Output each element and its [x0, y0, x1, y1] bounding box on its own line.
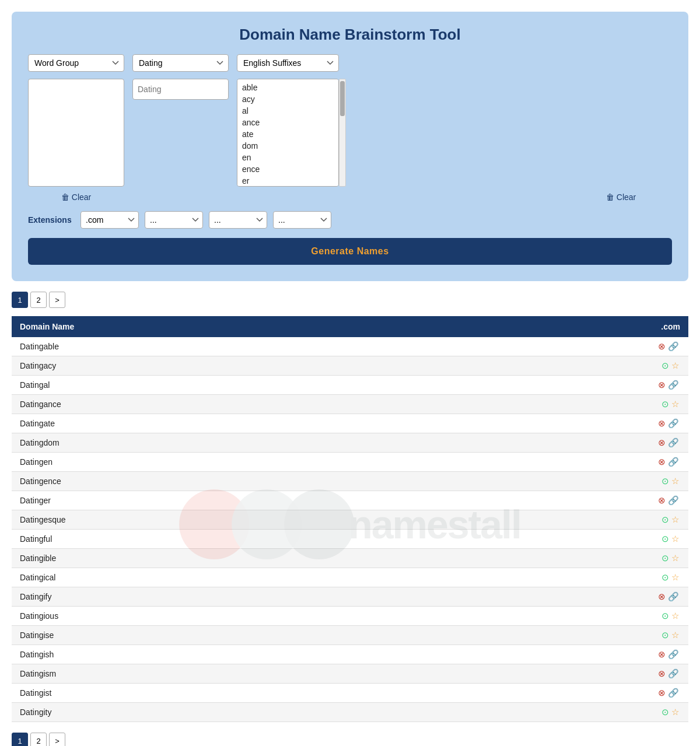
unavailable-icon[interactable]: ⊗: [657, 688, 667, 698]
link-icon[interactable]: 🔗: [667, 380, 680, 390]
star-icon[interactable]: ☆: [670, 534, 680, 544]
word-group-textarea[interactable]: [28, 79, 124, 187]
star-icon[interactable]: ☆: [670, 707, 680, 717]
domain-name-cell: Datingesque: [12, 510, 636, 530]
unavailable-icon[interactable]: ⊗: [657, 437, 667, 448]
link-icon[interactable]: 🔗: [667, 591, 680, 602]
generate-button[interactable]: Generate Names: [28, 238, 672, 265]
unavailable-icon[interactable]: ⊗: [657, 418, 667, 429]
status-icons-cell: ⊙☆: [636, 626, 688, 645]
domain-name-cell: Datinger: [12, 491, 636, 510]
ext-select-1[interactable]: .com: [80, 211, 139, 229]
domain-name-cell: Datingify: [12, 587, 636, 607]
suffix-item[interactable]: ate: [237, 128, 338, 140]
available-icon[interactable]: ⊙: [660, 553, 670, 563]
table-row: Datingical⊙☆: [12, 568, 688, 587]
unavailable-icon[interactable]: ⊗: [657, 495, 667, 506]
available-icon[interactable]: ⊙: [660, 611, 670, 621]
domain-name-cell: Datingise: [12, 626, 636, 645]
link-icon[interactable]: 🔗: [667, 437, 680, 448]
scrollbar-thumb: [340, 81, 345, 116]
suffix-item[interactable]: able: [237, 82, 338, 93]
unavailable-icon[interactable]: ⊗: [657, 457, 667, 467]
star-icon[interactable]: ☆: [670, 611, 680, 621]
results-table: Domain Name .com Datingable⊗🔗Datingacy⊙☆…: [12, 316, 688, 722]
link-icon[interactable]: 🔗: [667, 688, 680, 698]
suffixes-scrollbar[interactable]: [339, 79, 346, 187]
page-button-2[interactable]: 2: [30, 292, 47, 308]
status-icons-cell: ⊗🔗: [636, 376, 688, 395]
results-tbody: Datingable⊗🔗Datingacy⊙☆Datingal⊗🔗Datinga…: [12, 337, 688, 722]
status-icons-cell: ⊗🔗: [636, 491, 688, 510]
tool-panel: Domain Name Brainstorm Tool Word Group D…: [12, 12, 688, 281]
suffixes-list[interactable]: ableacyalanceatedomenenceeresquefuliblei…: [237, 79, 339, 187]
available-icon[interactable]: ⊙: [660, 630, 670, 640]
page-button-2[interactable]: 2: [30, 733, 47, 746]
table-row: Datingible⊙☆: [12, 549, 688, 568]
table-row: Datingable⊗🔗: [12, 337, 688, 356]
star-icon[interactable]: ☆: [670, 553, 680, 563]
clear-word-button[interactable]: 🗑 Clear: [28, 191, 124, 203]
ext-select-4[interactable]: ...: [273, 211, 331, 229]
suffix-item[interactable]: acy: [237, 93, 338, 105]
available-icon[interactable]: ⊙: [660, 707, 670, 717]
unavailable-icon[interactable]: ⊗: [657, 668, 667, 679]
domain-name-cell: Datingen: [12, 453, 636, 472]
available-icon[interactable]: ⊙: [660, 534, 670, 544]
star-icon[interactable]: ☆: [670, 514, 680, 525]
tool-title: Domain Name Brainstorm Tool: [28, 26, 672, 44]
word-group-select[interactable]: Word Group: [28, 54, 124, 72]
link-icon[interactable]: 🔗: [667, 418, 680, 429]
star-icon[interactable]: ☆: [670, 630, 680, 640]
table-row: Datingity⊙☆: [12, 703, 688, 722]
suffix-item[interactable]: ence: [237, 163, 338, 175]
unavailable-icon[interactable]: ⊗: [657, 591, 667, 602]
english-suffixes-select[interactable]: English Suffixes: [237, 54, 339, 72]
available-icon[interactable]: ⊙: [660, 476, 670, 486]
link-icon[interactable]: 🔗: [667, 668, 680, 679]
table-row: Datingacy⊙☆: [12, 356, 688, 376]
dropdowns-row: Word Group Dating English Suffixes: [28, 54, 672, 72]
available-icon[interactable]: ⊙: [660, 360, 670, 371]
dating-input[interactable]: [132, 79, 229, 100]
domain-name-cell: Datingish: [12, 645, 636, 664]
status-icons-cell: ⊗🔗: [636, 414, 688, 433]
clear-suffix-button[interactable]: 🗑 Clear: [570, 191, 672, 203]
domain-name-cell: Datingity: [12, 703, 636, 722]
next-page-button[interactable]: >: [49, 292, 65, 308]
status-icons-cell: ⊙☆: [636, 395, 688, 414]
available-icon[interactable]: ⊙: [660, 514, 670, 525]
star-icon[interactable]: ☆: [670, 572, 680, 583]
unavailable-icon[interactable]: ⊗: [657, 341, 667, 352]
table-wrapper: namestall Domain Name .com Datingable⊗🔗D…: [12, 316, 688, 733]
suffix-item[interactable]: er: [237, 175, 338, 187]
status-icons-cell: ⊙☆: [636, 568, 688, 587]
table-row: Datingish⊗🔗: [12, 645, 688, 664]
suffix-item[interactable]: ance: [237, 117, 338, 128]
ext-select-3[interactable]: ...: [209, 211, 267, 229]
star-icon[interactable]: ☆: [670, 360, 680, 371]
suffix-item[interactable]: al: [237, 105, 338, 117]
link-icon[interactable]: 🔗: [667, 495, 680, 506]
page-button-1[interactable]: 1: [12, 292, 28, 308]
suffix-item[interactable]: dom: [237, 140, 338, 152]
page-button-1[interactable]: 1: [12, 733, 28, 746]
status-icons-cell: ⊙☆: [636, 607, 688, 626]
next-page-button[interactable]: >: [49, 733, 65, 746]
link-icon[interactable]: 🔗: [667, 649, 680, 660]
link-icon[interactable]: 🔗: [667, 341, 680, 352]
dating-select[interactable]: Dating: [132, 54, 229, 72]
unavailable-icon[interactable]: ⊗: [657, 380, 667, 390]
available-icon[interactable]: ⊙: [660, 399, 670, 409]
table-row: Datingdom⊗🔗: [12, 433, 688, 453]
table-row: Datingise⊙☆: [12, 626, 688, 645]
star-icon[interactable]: ☆: [670, 476, 680, 486]
suffix-item[interactable]: en: [237, 152, 338, 163]
ext-select-2[interactable]: ...: [145, 211, 203, 229]
link-icon[interactable]: 🔗: [667, 457, 680, 467]
star-icon[interactable]: ☆: [670, 399, 680, 409]
status-icons-cell: ⊗🔗: [636, 453, 688, 472]
unavailable-icon[interactable]: ⊗: [657, 649, 667, 660]
available-icon[interactable]: ⊙: [660, 572, 670, 583]
table-header-row: Domain Name .com: [12, 316, 688, 337]
